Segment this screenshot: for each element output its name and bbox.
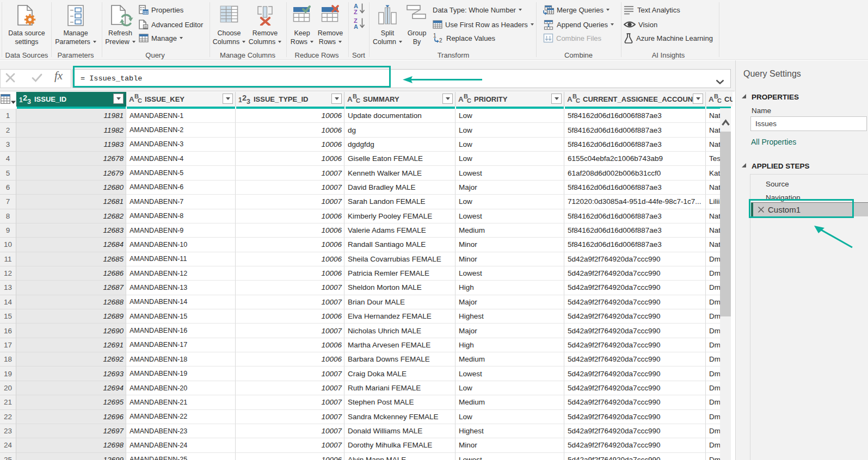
svg-text:2: 2 xyxy=(439,38,442,43)
svg-text:1: 1 xyxy=(433,33,436,39)
svg-text:Z: Z xyxy=(354,9,358,15)
